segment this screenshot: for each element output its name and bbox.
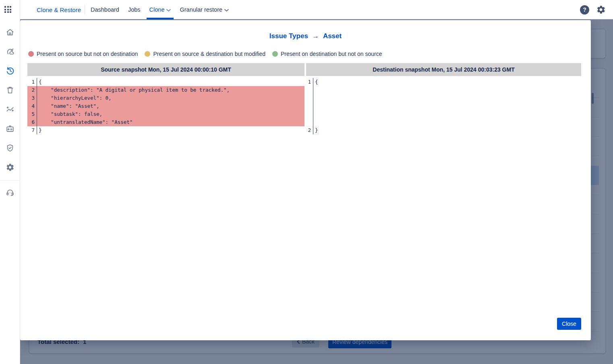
left-sidebar bbox=[0, 0, 20, 364]
diff-line-removed: 5 "subtask": false, bbox=[27, 110, 304, 118]
top-navigation-bar: Clone & Restore Dashboard Jobs Clone Gra… bbox=[0, 0, 613, 19]
legend-label: Present on source & destination but modi… bbox=[153, 51, 265, 57]
support-headset-icon bbox=[6, 188, 14, 197]
line-number: 2 bbox=[306, 126, 313, 134]
diff-modal: Issue Types→Asset Present on source but … bbox=[20, 20, 591, 340]
license-badge-icon bbox=[6, 124, 14, 133]
nav-divider bbox=[85, 5, 85, 14]
settings-gear-icon bbox=[6, 163, 14, 172]
source-snapshot-header: Source snapshot Mon, 15 Jul 2024 00:00:1… bbox=[27, 63, 304, 76]
nav-item-granular-restore[interactable]: Granular restore bbox=[180, 0, 229, 19]
line-number: 5 bbox=[27, 110, 37, 118]
sidebar-divider bbox=[0, 180, 20, 181]
diff-line-spacer bbox=[306, 94, 581, 102]
diff-line-removed: 2 "description": "A digital or physical … bbox=[27, 86, 304, 94]
app-switcher-icon[interactable] bbox=[4, 6, 12, 13]
line-number: 2 bbox=[27, 86, 37, 94]
legend-item-removed: Present on source but not on destination bbox=[28, 51, 138, 57]
legend-item-added: Present on destination but not on source bbox=[272, 51, 382, 57]
diff-line-spacer bbox=[306, 110, 581, 118]
sidebar-item-support[interactable] bbox=[0, 183, 20, 202]
cloud-restore-icon bbox=[6, 47, 14, 56]
nav-item-dashboard[interactable]: Dashboard bbox=[91, 0, 119, 19]
sidebar-item-analytics[interactable] bbox=[0, 100, 20, 119]
line-number: 1 bbox=[27, 78, 37, 86]
nav-right-actions: ? bbox=[580, 0, 606, 19]
nav-item-label: Jobs bbox=[128, 6, 141, 13]
help-icon[interactable]: ? bbox=[580, 5, 589, 14]
nav-item-label: Dashboard bbox=[91, 6, 119, 13]
line-content: } bbox=[313, 126, 318, 134]
shield-check-icon bbox=[6, 144, 14, 152]
source-code-panel: 1 { 2 "description": "A digital or physi… bbox=[27, 78, 304, 134]
sidebar-item-trash[interactable] bbox=[0, 80, 20, 100]
yellow-dot-icon bbox=[145, 51, 150, 57]
diff-line: 1 { bbox=[27, 78, 304, 86]
line-content: "hierarchyLevel": 0, bbox=[37, 94, 112, 102]
line-number: 3 bbox=[27, 94, 37, 102]
sidebar-items bbox=[0, 23, 20, 202]
diff-line-removed: 3 "hierarchyLevel": 0, bbox=[27, 94, 304, 102]
app-brand-link[interactable]: Clone & Restore bbox=[37, 0, 81, 19]
sidebar-item-restore-history[interactable] bbox=[0, 61, 20, 80]
sidebar-item-license[interactable] bbox=[0, 119, 20, 138]
red-dot-icon bbox=[28, 51, 34, 57]
sidebar-item-home[interactable] bbox=[0, 23, 20, 42]
line-content: } bbox=[37, 126, 42, 134]
diff-line-removed: 6 "untranslatedName": "Asset" bbox=[27, 118, 304, 126]
chevron-down-icon bbox=[166, 9, 171, 12]
nav-item-label: Clone bbox=[149, 6, 165, 13]
diff-line-spacer bbox=[306, 118, 581, 126]
diff-line-spacer bbox=[306, 86, 581, 94]
line-content: "untranslatedName": "Asset" bbox=[37, 118, 133, 126]
line-content: { bbox=[37, 78, 42, 86]
diff-legend: Present on source but not on destination… bbox=[28, 51, 382, 57]
sidebar-item-settings[interactable] bbox=[0, 158, 20, 177]
diff-line: 1 { bbox=[306, 78, 581, 86]
line-content: "description": "A digital or physical it… bbox=[37, 86, 230, 94]
close-button[interactable]: Close bbox=[557, 318, 581, 330]
nav-item-jobs[interactable]: Jobs bbox=[128, 0, 141, 19]
diff-line-removed: 4 "name": "Asset", bbox=[27, 102, 304, 110]
line-number: 4 bbox=[27, 102, 37, 110]
nav-items: Dashboard Jobs Clone Granular restore bbox=[91, 0, 229, 19]
arrow-right-icon: → bbox=[312, 32, 319, 40]
legend-item-modified: Present on source & destination but modi… bbox=[145, 51, 265, 57]
line-number: 6 bbox=[27, 118, 37, 126]
sidebar-item-cloud-restore[interactable] bbox=[0, 42, 20, 61]
chevron-down-icon bbox=[224, 9, 229, 12]
line-number: 1 bbox=[306, 78, 313, 86]
line-content: { bbox=[313, 78, 318, 86]
nav-item-clone[interactable]: Clone bbox=[149, 0, 171, 19]
trash-icon bbox=[6, 86, 14, 95]
nav-item-label: Granular restore bbox=[180, 6, 222, 13]
modal-title-target: Asset bbox=[323, 32, 342, 40]
modal-title: Issue Types→Asset bbox=[20, 32, 591, 40]
modal-title-source: Issue Types bbox=[269, 32, 308, 40]
legend-label: Present on source but not on destination bbox=[37, 51, 138, 57]
sidebar-item-security[interactable] bbox=[0, 138, 20, 158]
legend-label: Present on destination but not on source bbox=[281, 51, 382, 57]
history-restore-icon bbox=[6, 66, 15, 76]
analytics-icon bbox=[6, 105, 14, 114]
green-dot-icon bbox=[272, 51, 278, 57]
diff-line-spacer bbox=[306, 102, 581, 110]
diff-line: 7 } bbox=[27, 126, 304, 134]
home-icon bbox=[6, 28, 14, 37]
gear-icon[interactable] bbox=[596, 5, 606, 14]
diff-line: 2 } bbox=[306, 126, 581, 134]
destination-snapshot-header: Destination snapshot Mon, 15 Jul 2024 00… bbox=[306, 63, 581, 76]
destination-code-panel: 1 { 2 } bbox=[306, 78, 581, 134]
line-number: 7 bbox=[27, 126, 37, 134]
line-content: "name": "Asset", bbox=[37, 102, 99, 110]
line-content: "subtask": false, bbox=[37, 110, 102, 118]
